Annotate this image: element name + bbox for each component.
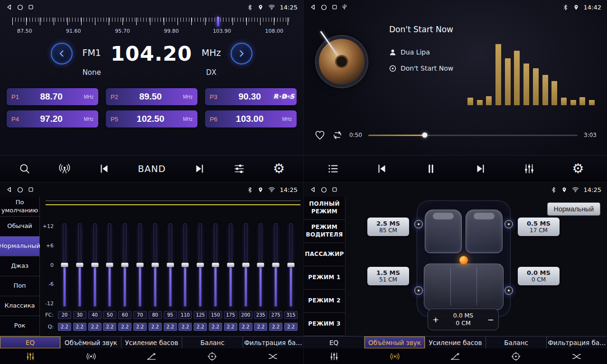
- bass-boost-tab-icon[interactable]: [425, 348, 486, 364]
- previous-track-icon[interactable]: [376, 163, 388, 175]
- eq-preset-item[interactable]: Джаз: [0, 256, 39, 276]
- eq-band-slider[interactable]: [209, 223, 222, 307]
- front-left-delay[interactable]: 2.5 MS 85 CM: [367, 218, 409, 236]
- filter-tab-icon[interactable]: [546, 348, 607, 364]
- preset-button[interactable]: P6 103.00 MHz: [205, 110, 297, 127]
- frequency-ruler[interactable]: [12, 18, 291, 26]
- eq-band-slider[interactable]: [149, 223, 162, 307]
- eq-band-slider[interactable]: [194, 223, 207, 307]
- rear-right-delay[interactable]: 0.0 MS 0 CM: [518, 267, 560, 285]
- preset-button[interactable]: P4 97.20 MHz: [7, 110, 98, 127]
- eq-band-slider[interactable]: [254, 223, 267, 307]
- previous-icon[interactable]: [98, 163, 111, 175]
- sound-tab[interactable]: Фильтрация ба…: [243, 337, 303, 348]
- eq-slider-handle[interactable]: [257, 263, 264, 267]
- nav-back-icon[interactable]: [6, 4, 12, 10]
- eq-preset-item[interactable]: Рок: [0, 316, 39, 336]
- eq-band-slider[interactable]: [224, 223, 237, 307]
- eq-preset-item[interactable]: По умолчанию: [0, 197, 39, 217]
- progress-knob[interactable]: [422, 133, 428, 138]
- nav-home-icon[interactable]: [17, 4, 23, 10]
- eq-band-slider[interactable]: [88, 223, 102, 307]
- preset-button[interactable]: P1 88.70 MHz: [7, 88, 98, 105]
- sound-tab[interactable]: EQ: [0, 337, 61, 348]
- surround-mode-item[interactable]: РЕЖИМ ВОДИТЕЛЯ: [304, 220, 345, 243]
- tune-down-button[interactable]: [51, 43, 73, 64]
- preset-button[interactable]: P5 102.50 MHz: [106, 110, 197, 127]
- surround-tab-icon[interactable]: [61, 348, 121, 364]
- eq-band-slider[interactable]: [58, 223, 71, 307]
- sound-tab[interactable]: Объёмный звук: [364, 337, 425, 348]
- surround-mode-item[interactable]: ПАССАЖИР: [304, 243, 345, 266]
- eq-tab-icon[interactable]: [0, 348, 61, 364]
- repeat-icon[interactable]: [332, 129, 343, 141]
- band-button[interactable]: BAND: [138, 164, 166, 174]
- nav-recents-icon[interactable]: [332, 187, 337, 192]
- eq-slider-handle[interactable]: [121, 263, 129, 267]
- eq-band-slider[interactable]: [164, 223, 177, 307]
- rear-left-delay[interactable]: 1.5 MS 51 CM: [367, 267, 409, 285]
- preset-button[interactable]: P2 89.50 MHz: [106, 88, 197, 105]
- sound-tab[interactable]: Баланс: [182, 337, 243, 348]
- eq-preset-item[interactable]: Нормальный: [0, 237, 39, 256]
- sound-tab[interactable]: EQ: [304, 337, 364, 348]
- settings-gear-icon[interactable]: ⚙: [572, 162, 584, 175]
- nav-recents-icon[interactable]: [28, 4, 34, 10]
- bass-boost-tab-icon[interactable]: [121, 348, 182, 364]
- balance-tab-icon[interactable]: [486, 348, 546, 364]
- eq-band-slider[interactable]: [269, 223, 282, 307]
- eq-settings-icon[interactable]: [233, 163, 245, 175]
- eq-slider-handle[interactable]: [212, 263, 219, 267]
- eq-slider-handle[interactable]: [242, 263, 249, 267]
- eq-slider-handle[interactable]: [227, 263, 234, 267]
- surround-mode-item[interactable]: РЕЖИМ 2: [304, 290, 345, 313]
- playlist-icon[interactable]: [327, 163, 339, 175]
- nav-back-icon[interactable]: [309, 4, 316, 10]
- settings-gear-icon[interactable]: ⚙: [273, 162, 285, 175]
- eq-preset-item[interactable]: Обычай: [0, 217, 39, 237]
- eq-band-slider[interactable]: [73, 223, 86, 307]
- sound-tab[interactable]: Баланс: [486, 337, 547, 348]
- nav-back-icon[interactable]: [309, 186, 316, 193]
- sound-tab[interactable]: Фильтрация ба…: [547, 337, 607, 348]
- mixer-icon[interactable]: [523, 163, 535, 175]
- eq-band-slider[interactable]: [239, 223, 252, 307]
- surround-tab-icon[interactable]: [364, 348, 425, 364]
- eq-slider-handle[interactable]: [76, 263, 83, 267]
- eq-slider-handle[interactable]: [136, 263, 143, 267]
- delay-minus-button[interactable]: −: [488, 315, 494, 325]
- surround-preset-button[interactable]: Нормальный: [547, 202, 600, 216]
- eq-slider-handle[interactable]: [151, 263, 159, 267]
- eq-tab-icon[interactable]: [304, 348, 364, 364]
- nav-home-icon[interactable]: [17, 187, 23, 193]
- eq-slider-handle[interactable]: [182, 263, 189, 267]
- nav-back-icon[interactable]: [6, 186, 12, 193]
- eq-band-slider[interactable]: [178, 223, 192, 307]
- eq-preset-item[interactable]: Поп: [0, 276, 39, 296]
- search-icon[interactable]: [19, 163, 31, 175]
- nav-recents-icon[interactable]: [332, 4, 337, 10]
- surround-mode-item[interactable]: ПОЛНЫЙ РЕЖИМ: [304, 197, 345, 220]
- balance-tab-icon[interactable]: [182, 348, 243, 364]
- nav-home-icon[interactable]: [321, 187, 327, 193]
- eq-band-slider[interactable]: [133, 223, 147, 307]
- eq-band-slider[interactable]: [284, 223, 298, 307]
- surround-mode-item[interactable]: РЕЖИМ 1: [304, 266, 345, 290]
- eq-slider-handle[interactable]: [106, 263, 113, 267]
- surround-mode-item[interactable]: РЕЖИМ 3: [304, 313, 345, 336]
- next-icon[interactable]: [193, 163, 205, 175]
- sound-tab[interactable]: Объёмный звук: [61, 337, 121, 348]
- filter-tab-icon[interactable]: [243, 348, 303, 364]
- eq-slider-handle[interactable]: [287, 263, 294, 267]
- sound-tab[interactable]: Усиление басов: [425, 337, 486, 348]
- pause-icon[interactable]: [425, 163, 437, 175]
- eq-preset-item[interactable]: Классика: [0, 296, 39, 316]
- eq-slider-handle[interactable]: [167, 263, 174, 267]
- front-right-delay[interactable]: 0.5 MS 17 CM: [518, 218, 560, 236]
- nav-recents-icon[interactable]: [28, 187, 34, 192]
- broadcast-icon[interactable]: [58, 163, 71, 175]
- eq-slider-handle[interactable]: [272, 263, 280, 267]
- next-track-icon[interactable]: [474, 163, 486, 175]
- listening-position-marker[interactable]: [459, 256, 468, 264]
- eq-slider-handle[interactable]: [197, 263, 204, 267]
